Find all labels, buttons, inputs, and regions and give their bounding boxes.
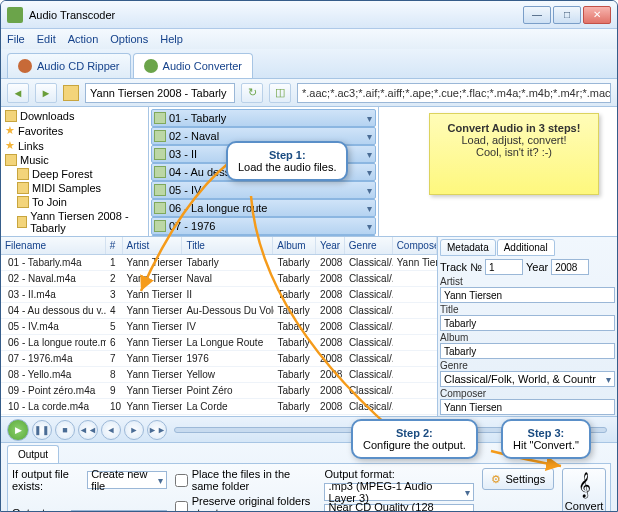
quality-select[interactable]: Near CD Quality (128 kbit/s)	[324, 504, 474, 512]
pause-button[interactable]: ❚❚	[32, 420, 52, 440]
table-row[interactable]: 11 - 8mm.m4a11Yann Tiersen8 mmTabarly200…	[1, 415, 437, 416]
tree-item[interactable]: Music	[3, 153, 146, 167]
exists-select[interactable]: Create new file	[87, 471, 167, 489]
sticky-note: Convert Audio in 3 steps! Load, adjust, …	[429, 113, 599, 195]
nav-back-button[interactable]: ◄	[7, 83, 29, 103]
tree-item[interactable]: Yann Tiersen 2008 - Tabarly	[3, 209, 146, 235]
convert-button[interactable]: 𝄞 Convert	[562, 468, 606, 512]
callout-step3: Step 3:Hit "Convert."	[501, 419, 591, 459]
file-item[interactable]: 07 - 1976	[151, 217, 376, 235]
audio-icon	[154, 220, 166, 232]
tab-cd-ripper[interactable]: Audio CD Ripper	[7, 53, 131, 78]
rew-button[interactable]: ◄	[101, 420, 121, 440]
file-item[interactable]: 06 - La longue route	[151, 199, 376, 217]
tree-item[interactable]: MIDI Samples	[3, 181, 146, 195]
folder-tree[interactable]: Downloads★Favorites★LinksMusicDeep Fores…	[1, 107, 149, 236]
audio-icon	[154, 184, 166, 196]
window-title: Audio Transcoder	[29, 9, 523, 21]
menu-options[interactable]: Options	[110, 33, 148, 45]
album-field[interactable]	[440, 343, 615, 359]
preserve-folders-checkbox[interactable]	[175, 501, 188, 513]
filter-input[interactable]: *.aac;*.ac3;*.aif;*.aiff;*.ape;*.cue;*.f…	[297, 83, 611, 103]
menu-bar: File Edit Action Options Help	[1, 29, 617, 49]
column-header[interactable]: Year	[316, 237, 345, 254]
table-row[interactable]: 10 - La corde.m4a10Yann TiersenLa CordeT…	[1, 399, 437, 415]
tree-item[interactable]: My Documents	[3, 235, 146, 236]
audio-icon	[154, 112, 166, 124]
column-header[interactable]: #	[106, 237, 123, 254]
cd-icon	[18, 59, 32, 73]
audio-icon	[154, 130, 166, 142]
column-header[interactable]: Genre	[345, 237, 393, 254]
table-row[interactable]: 01 - Tabarly.m4a1Yann TiersenTabarlyTaba…	[1, 255, 437, 271]
tree-item[interactable]: To Join	[3, 195, 146, 209]
tab-audio-converter[interactable]: Audio Converter	[133, 53, 254, 78]
tree-item[interactable]: Deep Forest	[3, 167, 146, 181]
app-icon	[7, 7, 23, 23]
tracks-grid: Filename#ArtistTitleAlbumYearGenreCompos…	[1, 237, 617, 417]
title-field[interactable]	[440, 315, 615, 331]
artist-field[interactable]	[440, 287, 615, 303]
menu-edit[interactable]: Edit	[37, 33, 56, 45]
year-field[interactable]	[551, 259, 589, 275]
star-icon: ★	[5, 139, 15, 152]
titlebar: Audio Transcoder — □ ✕	[1, 1, 617, 29]
column-header[interactable]: Album	[273, 237, 316, 254]
app-window: Audio Transcoder — □ ✕ File Edit Action …	[0, 0, 618, 512]
composer-field[interactable]	[440, 399, 615, 415]
file-item[interactable]: 08 - Yello	[151, 235, 376, 236]
genre-select[interactable]: Classical/Folk, World, & Countr	[440, 371, 615, 387]
grid-header[interactable]: Filename#ArtistTitleAlbumYearGenreCompos…	[1, 237, 437, 255]
minimize-button[interactable]: —	[523, 6, 551, 24]
mode-tabs: Audio CD Ripper Audio Converter	[1, 49, 617, 79]
table-row[interactable]: 03 - II.m4a3Yann TiersenIITabarly2008Cla…	[1, 287, 437, 303]
metatab-metadata[interactable]: Metadata	[440, 239, 496, 256]
audio-icon	[154, 148, 166, 160]
column-header[interactable]: Artist	[123, 237, 183, 254]
table-row[interactable]: 09 - Point zéro.m4a9Yann TiersenPoint Zé…	[1, 383, 437, 399]
tree-item[interactable]: Downloads	[3, 109, 146, 123]
metadata-panel: Metadata Additional Track № Year Artist …	[437, 237, 617, 416]
output-tab[interactable]: Output	[7, 445, 59, 463]
callout-step1: Step 1:Load the audio files.	[226, 141, 348, 181]
settings-button[interactable]: ⚙Settings	[482, 468, 554, 490]
file-item[interactable]: 01 - Tabarly	[151, 109, 376, 127]
converter-icon	[144, 59, 158, 73]
table-row[interactable]: 06 - La longue route.m4a6Yann TiersenLa …	[1, 335, 437, 351]
gear-icon: ⚙	[491, 473, 501, 486]
folder-icon	[17, 196, 29, 208]
maximize-button[interactable]: □	[553, 6, 581, 24]
callout-step2: Step 2:Configure the output.	[351, 419, 478, 459]
trackno-field[interactable]	[485, 259, 523, 275]
table-row[interactable]: 02 - Naval.m4a2Yann TiersenNavalTabarly2…	[1, 271, 437, 287]
music-icon: 𝄞	[578, 472, 591, 498]
table-row[interactable]: 05 - IV.m4a5Yann TiersenIVTabarly2008Cla…	[1, 319, 437, 335]
tree-item[interactable]: ★Favorites	[3, 123, 146, 138]
close-button[interactable]: ✕	[583, 6, 611, 24]
view-button[interactable]: ◫	[269, 83, 291, 103]
format-select[interactable]: .mp3 (MPEG-1 Audio Layer 3)	[324, 483, 474, 501]
stop-button[interactable]: ■	[55, 420, 75, 440]
tree-item[interactable]: ★Links	[3, 138, 146, 153]
fwd-button[interactable]: ►	[124, 420, 144, 440]
play-button[interactable]: ▶	[7, 419, 29, 441]
metatab-additional[interactable]: Additional	[497, 239, 555, 256]
go-button[interactable]: ↻	[241, 83, 263, 103]
menu-action[interactable]: Action	[68, 33, 99, 45]
table-row[interactable]: 08 - Yello.m4a8Yann TiersenYellowTabarly…	[1, 367, 437, 383]
menu-help[interactable]: Help	[160, 33, 183, 45]
column-header[interactable]: Title	[182, 237, 273, 254]
folder-icon	[5, 154, 17, 166]
column-header[interactable]: Composer	[393, 237, 437, 254]
folder-icon	[63, 85, 79, 101]
file-item[interactable]: 05 - IV	[151, 181, 376, 199]
table-row[interactable]: 04 - Au dessous du v...4Yann TiersenAu-D…	[1, 303, 437, 319]
table-row[interactable]: 07 - 1976.m4a7Yann Tiersen1976Tabarly200…	[1, 351, 437, 367]
path-input[interactable]: Yann Tiersen 2008 - Tabarly	[85, 83, 235, 103]
next-button[interactable]: ►►	[147, 420, 167, 440]
nav-fwd-button[interactable]: ►	[35, 83, 57, 103]
same-folder-checkbox[interactable]	[175, 474, 188, 487]
prev-button[interactable]: ◄◄	[78, 420, 98, 440]
column-header[interactable]: Filename	[1, 237, 106, 254]
menu-file[interactable]: File	[7, 33, 25, 45]
